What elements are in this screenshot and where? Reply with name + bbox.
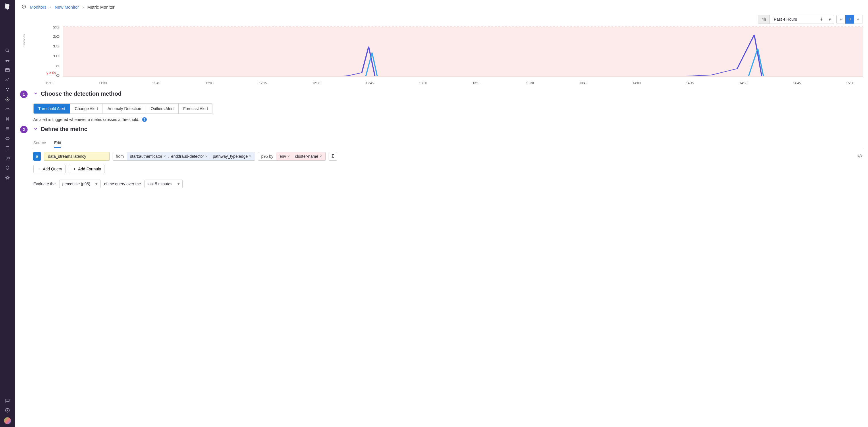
svg-text:0: 0 <box>56 74 59 78</box>
groupby-chip: env✕ <box>279 154 291 159</box>
step2-title: Define the metric <box>41 126 87 132</box>
svg-rect-17 <box>850 19 850 21</box>
svg-rect-16 <box>849 19 849 21</box>
add-formula-button[interactable]: Add Formula <box>69 165 105 173</box>
breadcrumb-monitors[interactable]: Monitors <box>30 5 46 9</box>
atom-icon[interactable] <box>5 175 10 180</box>
chat-icon[interactable] <box>5 398 10 403</box>
threshold-label: y > 0s <box>46 71 56 75</box>
playback-controls <box>836 14 863 24</box>
left-nav <box>0 0 15 427</box>
svg-point-2 <box>5 60 7 62</box>
svg-text:20: 20 <box>53 35 59 38</box>
step-badge-2: 2 <box>20 126 28 133</box>
shield-icon[interactable] <box>5 165 10 171</box>
tab-threshold-alert[interactable]: Threshold Alert <box>34 104 70 114</box>
groupby-chip: cluster-name✕ <box>294 154 323 159</box>
tab-anomaly-detection[interactable]: Anomaly Detection <box>103 104 146 114</box>
chevron-right-icon: › <box>50 5 52 9</box>
svg-point-0 <box>8 5 9 6</box>
breadcrumb: Monitors › New Monitor › Metric Monitor <box>20 3 863 14</box>
svg-point-1 <box>6 49 8 52</box>
evaluate-middle: of the query over the <box>104 182 141 186</box>
aggregation-button[interactable]: Σ <box>329 152 337 161</box>
metric-input[interactable]: data_streams.latency <box>44 152 110 161</box>
svg-text:25: 25 <box>53 26 59 29</box>
monitor-target-icon[interactable] <box>5 96 10 102</box>
groupby-label: p95 by <box>258 154 276 159</box>
monitor-target-icon <box>21 4 26 10</box>
help-icon[interactable] <box>5 407 10 413</box>
add-query-button[interactable]: Add Query <box>33 165 66 173</box>
svg-point-7 <box>8 88 9 89</box>
preview-chart: Seconds 0510152025 y > 0s 11:1511:3011:4… <box>29 26 863 85</box>
chart-ylabel: Seconds <box>22 34 26 47</box>
window-select[interactable]: last 5 minutes▾ <box>145 180 183 188</box>
pin-icon[interactable] <box>817 17 826 21</box>
chevron-right-icon: › <box>83 5 84 9</box>
from-chip: pathway_type:edge✕ <box>212 154 252 159</box>
forward-button[interactable] <box>854 15 863 24</box>
chevron-down-icon[interactable] <box>33 91 38 97</box>
query-badge[interactable]: a <box>33 152 41 161</box>
from-label: from <box>113 154 127 159</box>
code-toggle-icon[interactable] <box>857 153 863 160</box>
from-chip: end:fraud-detector✕ , <box>170 154 212 159</box>
from-filter[interactable]: from start:authenticator✕ , end:fraud-de… <box>113 152 255 161</box>
search-icon[interactable] <box>5 48 10 54</box>
step-badge-1: 1 <box>20 91 28 98</box>
remove-chip-icon[interactable]: ✕ <box>319 155 322 158</box>
svg-rect-5 <box>5 69 9 72</box>
help-circle-icon[interactable]: ? <box>142 117 147 122</box>
graph-icon[interactable] <box>5 77 10 83</box>
subtab-source[interactable]: Source <box>33 139 46 148</box>
timerange-preset[interactable]: 4h <box>758 15 770 24</box>
dashboard-icon[interactable] <box>5 67 10 73</box>
pause-button[interactable] <box>845 15 854 24</box>
svg-text:15: 15 <box>53 44 59 48</box>
svg-point-3 <box>8 60 9 62</box>
remove-chip-icon[interactable]: ✕ <box>205 155 208 158</box>
tab-outliers-alert[interactable]: Outliers Alert <box>146 104 179 114</box>
detection-help-text: An alert is triggered whenever a metric … <box>33 117 139 122</box>
binoculars-icon[interactable] <box>5 58 10 63</box>
aggregation-select[interactable]: percentile (p95)▾ <box>59 180 100 188</box>
evaluate-prefix: Evaluate the <box>33 182 56 186</box>
svg-point-11 <box>5 177 9 178</box>
breadcrumb-new-monitor[interactable]: New Monitor <box>55 5 79 9</box>
chevron-down-icon[interactable]: ▾ <box>826 17 834 22</box>
cog-flow-icon[interactable] <box>5 155 10 161</box>
remove-chip-icon[interactable]: ✕ <box>163 155 166 158</box>
book-icon[interactable] <box>5 145 10 151</box>
datadog-logo-icon[interactable] <box>3 2 12 11</box>
svg-text:10: 10 <box>53 54 59 58</box>
rewind-button[interactable] <box>837 15 845 24</box>
step1-title: Choose the detection method <box>41 91 122 97</box>
remove-chip-icon[interactable]: ✕ <box>249 155 251 158</box>
list-icon[interactable] <box>5 126 10 132</box>
groupby-filter[interactable]: p95 by env✕ cluster-name✕ <box>258 152 326 161</box>
subtab-edit[interactable]: Edit <box>54 139 61 148</box>
gauge-icon[interactable] <box>5 106 10 112</box>
evaluate-row: Evaluate the percentile (p95)▾ of the qu… <box>33 180 863 188</box>
user-avatar[interactable] <box>4 417 11 424</box>
tab-change-alert[interactable]: Change Alert <box>70 104 103 114</box>
detection-method-tabs: Threshold Alert Change Alert Anomaly Det… <box>33 103 213 114</box>
svg-rect-4 <box>7 60 8 61</box>
tab-forecast-alert[interactable]: Forecast Alert <box>179 104 213 114</box>
nodes-icon[interactable] <box>5 87 10 93</box>
svg-point-8 <box>7 90 8 92</box>
chevron-down-icon[interactable] <box>33 126 38 132</box>
svg-rect-18 <box>63 27 863 76</box>
svg-point-6 <box>6 88 7 89</box>
metric-subtabs: Source Edit <box>33 139 863 148</box>
svg-point-10 <box>8 157 9 159</box>
timerange-picker[interactable]: 4h Past 4 Hours ▾ <box>758 14 834 24</box>
remove-chip-icon[interactable]: ✕ <box>287 155 290 158</box>
from-chip: start:authenticator✕ , <box>129 154 170 159</box>
puzzle-icon[interactable] <box>5 116 10 122</box>
timerange-label: Past 4 Hours <box>770 17 817 22</box>
query-row: a data_streams.latency from start:authen… <box>33 152 863 161</box>
link-icon[interactable] <box>5 135 10 141</box>
breadcrumb-current: Metric Monitor <box>87 5 115 9</box>
